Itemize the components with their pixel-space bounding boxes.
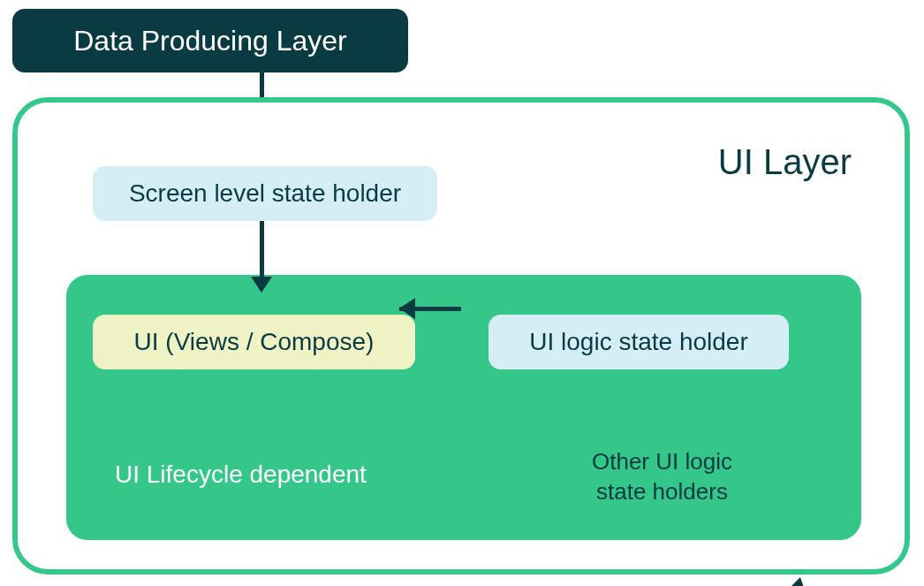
ui-lifecycle-dependent-box: UI (Views / Compose) UI logic state hold… <box>66 275 861 540</box>
ui-views-compose-text: UI (Views / Compose) <box>134 328 375 356</box>
arrowhead-logic-to-ui <box>399 298 415 319</box>
curve-arrow-self-loop <box>786 558 910 586</box>
ui-lifecycle-dependent-title: UI Lifecycle dependent <box>115 460 367 489</box>
other-ui-logic-state-holders-text: Other UI logicstate holders <box>592 447 732 507</box>
ui-logic-state-holder-box: UI logic state holder <box>489 315 789 369</box>
arrowhead-screen-to-ui <box>251 277 272 293</box>
screen-level-state-holder-box: Screen level state holder <box>93 166 437 221</box>
screen-level-state-holder-text: Screen level state holder <box>129 179 401 208</box>
arrow-screen-to-ui <box>260 221 264 283</box>
svg-marker-0 <box>786 577 807 586</box>
ui-layer-container: UI Layer Screen level state holder UI (V… <box>12 97 910 575</box>
ui-layer-title: UI Layer <box>718 142 852 182</box>
data-producing-layer-box: Data Producing Layer <box>12 9 408 72</box>
data-producing-layer-title: Data Producing Layer <box>73 25 347 57</box>
ui-views-compose-box: UI (Views / Compose) <box>93 315 415 369</box>
ui-logic-state-holder-text: UI logic state holder <box>529 328 747 356</box>
